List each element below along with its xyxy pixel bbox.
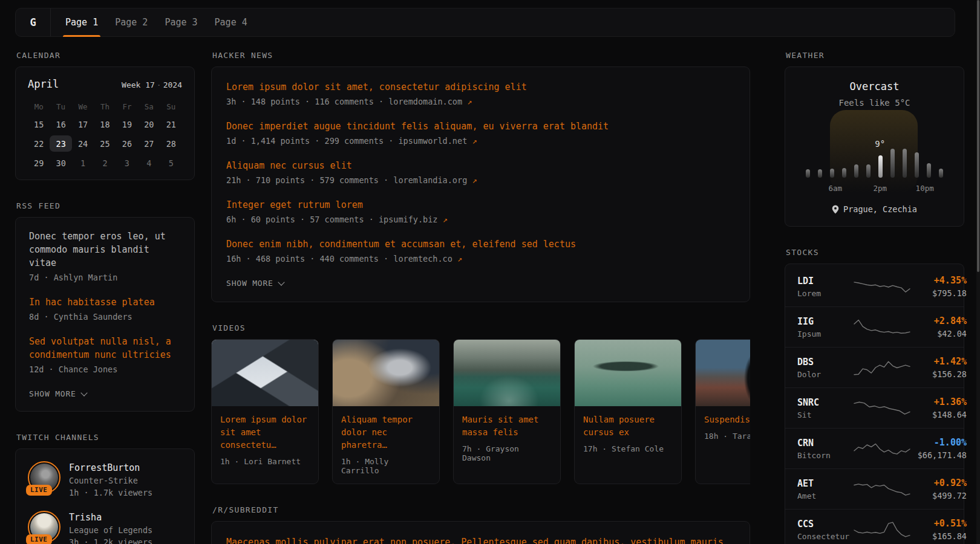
external-link-icon[interactable]: ↗: [472, 175, 477, 185]
external-link-icon[interactable]: ↗: [472, 136, 477, 146]
chevron-down-icon: [278, 279, 284, 285]
stock-symbol: LDI: [797, 276, 853, 287]
rss-item-title[interactable]: In hac habitasse platea: [29, 296, 181, 309]
stocks-section: STOCKS LDI Lorem +4.35% $795.18: [785, 248, 964, 544]
video-title: Aliquam tempor dolor nec pharetra…: [333, 406, 439, 452]
stock-price: $156.28: [911, 369, 967, 379]
weather-bar: [842, 168, 846, 178]
stock-row[interactable]: DBS Dolor +1.42% $156.28: [785, 347, 964, 387]
calendar-day-name: Fr: [116, 100, 138, 113]
hacker-news-heading: HACKER NEWS: [212, 51, 750, 60]
stock-row[interactable]: SNRC Sit +1.36% $148.64: [785, 387, 964, 428]
subreddit-post-title[interactable]: Maecenas mollis pulvinar erat non posuer…: [226, 535, 735, 544]
twitch-heading: TWITCH CHANNELS: [16, 433, 195, 442]
hacker-news-item-title[interactable]: Donec enim nibh, condimentum et accumsan…: [226, 238, 735, 251]
hacker-news-item: Lorem ipsum dolor sit amet, consectetur …: [226, 80, 735, 108]
calendar-week-year: Week 17·2024: [122, 80, 182, 89]
stock-change: +1.42%: [911, 356, 967, 367]
hacker-news-item-meta-text: 16h · 468 points · 440 comments · loremt…: [226, 254, 457, 264]
middle-column: HACKER NEWS Lorem ipsum dolor sit amet, …: [211, 51, 750, 544]
hacker-news-item-meta-text: 6h · 60 points · 57 comments · ipsumify.…: [226, 215, 443, 224]
video-title: Suspendisse diam: [696, 406, 750, 426]
video-card[interactable]: Lorem ipsum dolor sit amet consectetu… 1…: [211, 339, 319, 484]
page-tab[interactable]: Page 4: [206, 8, 256, 36]
rss-item: Sed volutpat nulla nisl, a condimentum n…: [29, 335, 181, 375]
weather-bar: [903, 149, 907, 178]
hacker-news-item-title[interactable]: Integer eget rutrum lorem: [226, 198, 735, 212]
weather-condition: Overcast: [797, 80, 952, 92]
calendar-section: CALENDAR April Week 17·2024 Mo Tu We: [15, 51, 195, 180]
stock-row[interactable]: IIG Ipsum +2.84% $42.04: [785, 306, 964, 347]
stock-change: -1.00%: [911, 437, 967, 448]
page-tab[interactable]: Page 2: [106, 8, 156, 36]
external-link-icon[interactable]: ↗: [467, 97, 472, 106]
chevron-down-icon: [80, 389, 87, 396]
stocks-heading: STOCKS: [786, 248, 964, 257]
stock-sparkline: [853, 438, 911, 459]
twitch-channel-row[interactable]: LIVE ForrestBurton Counter-Strike 1h · 1…: [28, 462, 182, 497]
hacker-news-section: HACKER NEWS Lorem ipsum dolor sit amet, …: [211, 51, 750, 302]
hacker-news-item-title[interactable]: Donec imperdiet augue tincidunt felis al…: [226, 120, 735, 133]
rss-item-title[interactable]: Donec tempor eros leo, ut commodo mauris…: [29, 230, 181, 270]
video-card[interactable]: Nullam posuere cursus ex 17h · Stefan Co…: [574, 339, 682, 484]
stock-row[interactable]: AET Amet +0.92% $499.72: [785, 468, 964, 509]
video-meta: 1h · Lori Barnett: [212, 452, 318, 474]
stock-name: Consectetur: [797, 532, 853, 541]
rss-item-meta: 12d · Chance Jones: [29, 363, 181, 375]
rss-item-meta: 8d · Cynthia Saunders: [29, 311, 181, 323]
video-card[interactable]: Suspendisse diam 18h · Tara: [695, 339, 750, 484]
calendar-day-name: We: [72, 100, 94, 113]
external-link-icon[interactable]: ↗: [443, 215, 448, 224]
weather-bar: [830, 169, 834, 178]
weather-feels-like: Feels like 5°C: [797, 98, 952, 108]
hacker-news-item-title[interactable]: Lorem ipsum dolor sit amet, consectetur …: [226, 80, 735, 94]
external-link-icon[interactable]: ↗: [457, 254, 462, 264]
rss-item-title[interactable]: Sed volutpat nulla nisl, a condimentum n…: [29, 335, 181, 361]
stock-name: Dolor: [797, 370, 853, 379]
page-tab[interactable]: Page 1: [57, 8, 106, 36]
app-logo[interactable]: G: [16, 8, 51, 36]
hacker-news-item: Integer eget rutrum lorem 6h · 60 points…: [226, 198, 735, 225]
rss-item: In hac habitasse platea 8d · Cynthia Sau…: [29, 296, 181, 323]
hacker-news-item-meta-text: 1d · 1,414 points · 299 comments · ipsum…: [226, 136, 472, 146]
hacker-news-item-meta: 1d · 1,414 points · 299 comments · ipsum…: [226, 135, 735, 147]
video-title: Nullam posuere cursus ex: [575, 406, 681, 439]
video-thumbnail: [212, 340, 318, 406]
calendar-day: 4: [138, 155, 160, 171]
video-card[interactable]: Mauris sit amet massa felis 7h · Grayson…: [453, 339, 561, 484]
twitch-channel-game: Counter-Strike: [69, 476, 152, 485]
hacker-news-show-more-button[interactable]: SHOW MORE: [226, 279, 284, 288]
weather-tick: 10pm: [916, 184, 934, 193]
weather-widget: Overcast Feels like 5°C 9° 6am 2pm 10pm: [785, 66, 964, 227]
stock-price: $499.72: [911, 491, 967, 500]
video-thumbnail: [454, 340, 560, 406]
page-tab[interactable]: Page 3: [156, 8, 206, 36]
rss-item-meta: 7d · Ashlyn Martin: [29, 271, 181, 283]
twitch-channel-row[interactable]: LIVE Trisha League of Legends 3h · 1.2k …: [28, 512, 182, 544]
stock-price: $795.18: [911, 288, 967, 298]
calendar-day: 19: [116, 116, 138, 132]
video-card[interactable]: Aliquam tempor dolor nec pharetra… 1h · …: [332, 339, 440, 484]
video-meta: 17h · Stefan Cole: [575, 439, 681, 462]
subreddit-section: /R/SUBREDDIT Maecenas mollis pulvinar er…: [211, 505, 750, 544]
weather-bar: [927, 163, 931, 178]
right-column: WEATHER Overcast Feels like 5°C 9° 6am 2…: [785, 51, 964, 544]
hacker-news-card: Lorem ipsum dolor sit amet, consectetur …: [211, 66, 750, 302]
hacker-news-item: Aliquam nec cursus elit 21h · 710 points…: [226, 159, 735, 186]
stock-row[interactable]: CCS Consectetur +0.51% $165.84: [785, 509, 964, 544]
weather-tick: 6am: [829, 184, 843, 193]
stock-symbol: CCS: [797, 519, 853, 529]
hacker-news-item-title[interactable]: Aliquam nec cursus elit: [226, 159, 735, 172]
dashboard-columns: CALENDAR April Week 17·2024 Mo Tu We: [0, 37, 980, 544]
top-bar: G Page 1 Page 2 Page 3 Page 4: [15, 8, 955, 37]
rss-show-more-button[interactable]: SHOW MORE: [29, 389, 87, 398]
stock-sparkline: [853, 519, 911, 540]
stock-sparkline: [853, 276, 911, 297]
scrollbar-thumb[interactable]: [977, 0, 979, 272]
stock-row[interactable]: LDI Lorem +4.35% $795.18: [785, 267, 964, 306]
video-thumbnail: [575, 340, 681, 406]
stock-row[interactable]: CRN Bitcorn -1.00% $66,171.48: [785, 428, 964, 468]
calendar-day-name: Tu: [50, 100, 71, 113]
calendar-day: 15: [28, 116, 50, 132]
weather-bar: [806, 169, 810, 178]
